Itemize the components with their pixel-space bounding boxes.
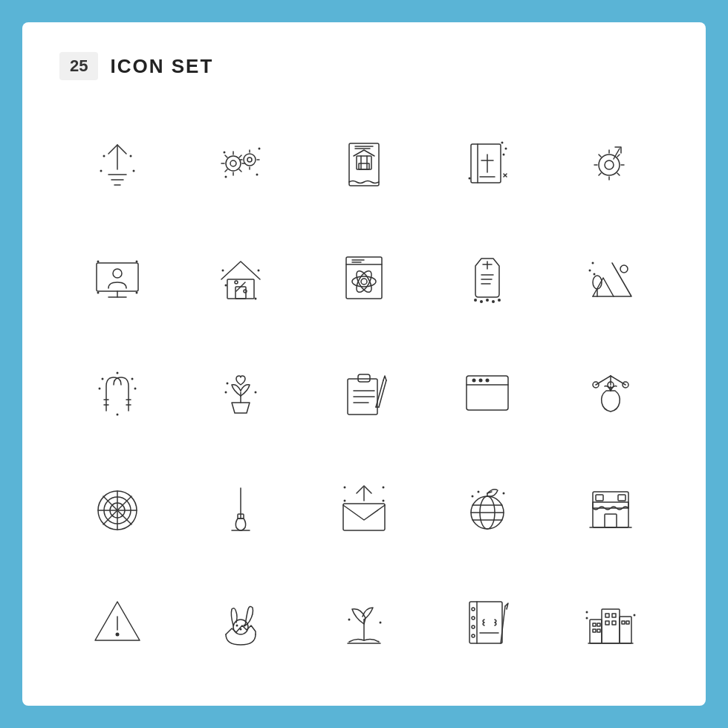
main-card: 25 ICON SET xyxy=(22,22,706,706)
icon-coffin-rip xyxy=(429,224,545,331)
svg-point-152 xyxy=(478,491,480,493)
svg-point-195 xyxy=(634,614,636,617)
svg-point-61 xyxy=(136,261,138,263)
svg-point-93 xyxy=(620,265,628,273)
svg-point-106 xyxy=(117,414,119,416)
svg-rect-190 xyxy=(597,629,600,632)
icon-clipboard-pen xyxy=(306,339,422,446)
svg-line-17 xyxy=(239,155,241,157)
svg-line-16 xyxy=(225,155,227,157)
svg-rect-56 xyxy=(97,263,138,291)
svg-point-104 xyxy=(131,378,134,380)
svg-point-46 xyxy=(605,160,614,169)
icon-city-building xyxy=(553,568,669,675)
svg-point-76 xyxy=(352,276,376,287)
svg-point-40 xyxy=(503,154,505,156)
svg-point-171 xyxy=(380,622,382,624)
svg-point-176 xyxy=(472,625,475,628)
svg-point-145 xyxy=(383,487,385,489)
svg-rect-73 xyxy=(346,257,382,299)
svg-point-27 xyxy=(259,148,261,150)
svg-point-101 xyxy=(99,388,101,390)
svg-point-39 xyxy=(505,148,507,150)
svg-point-59 xyxy=(113,269,122,278)
svg-point-121 xyxy=(472,379,476,383)
svg-rect-158 xyxy=(596,495,603,501)
svg-point-122 xyxy=(479,379,483,383)
icon-plant-heart xyxy=(183,339,299,446)
icon-virus-gears xyxy=(183,110,299,217)
svg-point-96 xyxy=(594,273,596,276)
header: 25 ICON SET xyxy=(59,52,669,80)
svg-point-62 xyxy=(97,292,100,294)
icon-candy-canes xyxy=(59,339,175,446)
svg-point-175 xyxy=(472,617,475,620)
icon-mail-upload xyxy=(306,453,422,560)
svg-point-41 xyxy=(469,178,471,180)
svg-point-71 xyxy=(225,285,227,287)
svg-rect-184 xyxy=(612,614,616,617)
svg-point-11 xyxy=(247,157,252,162)
icon-gear-target xyxy=(553,110,669,217)
svg-point-163 xyxy=(116,633,120,637)
svg-rect-192 xyxy=(626,621,629,624)
svg-point-75 xyxy=(361,279,367,285)
svg-point-110 xyxy=(227,383,229,385)
svg-rect-185 xyxy=(605,621,609,625)
svg-point-170 xyxy=(348,619,351,621)
svg-point-72 xyxy=(255,298,257,300)
icon-rabbit-hatching xyxy=(183,568,299,675)
svg-point-86 xyxy=(474,299,477,302)
svg-point-90 xyxy=(498,299,501,302)
svg-point-24 xyxy=(224,152,226,154)
svg-point-66 xyxy=(235,281,238,284)
svg-point-105 xyxy=(117,372,119,374)
svg-point-123 xyxy=(486,379,490,383)
svg-rect-157 xyxy=(605,514,617,527)
icon-tree-mountain xyxy=(553,224,669,331)
svg-rect-140 xyxy=(343,504,385,530)
svg-point-196 xyxy=(586,611,588,614)
svg-point-5 xyxy=(130,155,132,157)
svg-point-109 xyxy=(255,391,257,394)
svg-line-52 xyxy=(617,155,620,157)
svg-rect-180 xyxy=(602,609,620,643)
svg-line-53 xyxy=(599,173,601,175)
svg-point-144 xyxy=(344,487,346,489)
icon-code-book xyxy=(429,568,545,675)
svg-point-69 xyxy=(222,270,224,272)
svg-line-18 xyxy=(225,169,227,172)
svg-rect-155 xyxy=(593,492,628,527)
svg-point-26 xyxy=(225,176,227,178)
svg-line-54 xyxy=(617,173,620,175)
svg-point-153 xyxy=(472,495,474,498)
svg-point-60 xyxy=(97,261,100,263)
svg-point-88 xyxy=(486,299,489,302)
svg-line-19 xyxy=(239,169,241,172)
svg-rect-189 xyxy=(593,629,596,632)
icon-storefront xyxy=(553,453,669,560)
svg-point-89 xyxy=(492,300,495,303)
icon-warning-triangle xyxy=(59,568,175,675)
icon-pizza-circle xyxy=(59,453,175,560)
svg-point-167 xyxy=(244,625,246,627)
svg-point-38 xyxy=(501,142,504,144)
svg-rect-191 xyxy=(622,621,625,624)
svg-rect-31 xyxy=(359,163,369,169)
svg-rect-187 xyxy=(593,623,596,626)
icon-browser-window xyxy=(429,339,545,446)
svg-point-63 xyxy=(136,292,138,294)
svg-rect-112 xyxy=(358,374,370,382)
svg-point-143 xyxy=(383,500,385,502)
icon-bible-cross xyxy=(429,110,545,217)
svg-rect-188 xyxy=(597,623,600,626)
svg-line-51 xyxy=(599,155,601,157)
svg-point-7 xyxy=(133,170,135,172)
svg-point-165 xyxy=(240,628,242,631)
svg-rect-183 xyxy=(605,614,609,617)
svg-point-166 xyxy=(236,625,238,627)
svg-point-25 xyxy=(256,174,259,176)
icon-bank-receipt xyxy=(306,110,422,217)
svg-line-179 xyxy=(501,606,505,643)
svg-point-4 xyxy=(103,155,105,157)
